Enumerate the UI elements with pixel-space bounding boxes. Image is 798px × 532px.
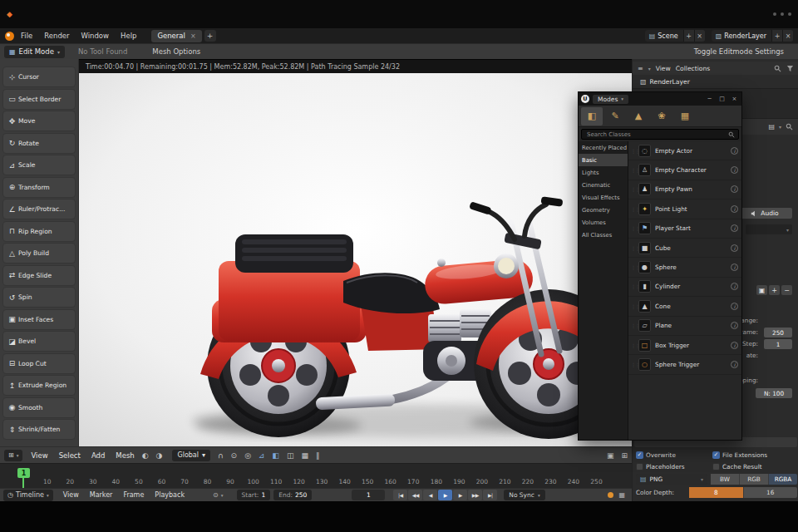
menu-item[interactable]: Help [121, 32, 136, 40]
restore-button[interactable]: □ [717, 95, 727, 104]
overwrite-checkbox[interactable]: ✓ [636, 451, 643, 459]
category-item[interactable]: Geometry [579, 204, 628, 216]
category-item[interactable]: Basic [579, 154, 628, 166]
playback-button[interactable]: ▶▶ [468, 490, 482, 500]
category-item[interactable]: Recently Placed [579, 141, 628, 154]
tool-button[interactable]: ◪ Bevel [2, 331, 76, 352]
remove-layer-button[interactable]: × [782, 30, 793, 42]
cache-result-checkbox[interactable] [712, 463, 720, 470]
remove-button[interactable]: − [781, 285, 792, 295]
info-icon[interactable]: i [731, 322, 738, 329]
info-icon[interactable]: i [731, 342, 738, 349]
viewport-menu-item[interactable]: Add [91, 451, 105, 460]
playback-button[interactable]: |◀ [393, 490, 407, 500]
close-icon[interactable]: × [190, 32, 196, 40]
depth-button[interactable]: 8 [689, 487, 744, 498]
mode-tab[interactable]: ▲ [628, 107, 649, 126]
app-icon[interactable]: ◆ [7, 11, 12, 18]
modes-dropdown[interactable]: Modes ▾ [593, 95, 628, 104]
info-icon[interactable]: i [731, 264, 738, 271]
tool-button[interactable]: ↻ Rotate [2, 133, 76, 154]
tool-button[interactable]: ↺ Spin [2, 287, 76, 308]
add-layer-button[interactable]: + [771, 30, 782, 42]
timeline-editor-select[interactable]: ◷ Timeline ▾ [3, 490, 53, 501]
transform-orientation-select[interactable]: Global ▾ [172, 450, 210, 461]
close-button[interactable]: × [730, 95, 739, 104]
magnet-icon[interactable]: ∩ [218, 451, 224, 460]
overwrite-option[interactable]: ✓ Overwrite [636, 451, 712, 459]
timeline-menu-item[interactable]: View [63, 491, 79, 499]
add-workspace-button[interactable]: + [204, 30, 216, 42]
drag-handle-icon[interactable]: ⋮⋮ [631, 323, 638, 328]
cache-result-option[interactable]: Cache Result [712, 463, 797, 470]
remove-scene-button[interactable]: × [694, 30, 705, 42]
drag-handle-icon[interactable]: ⋮⋮ [631, 245, 638, 251]
workspace-tab-general[interactable]: General × [151, 30, 201, 42]
current-frame-field[interactable]: 1 [352, 490, 385, 500]
info-icon[interactable]: i [731, 224, 738, 232]
tool-button[interactable]: ↥ Extrude Region [2, 375, 76, 396]
file-extensions-checkbox[interactable]: ✓ [712, 451, 720, 459]
viewport-menu-item[interactable]: View [31, 451, 47, 460]
tool-button[interactable]: ⊟ Loop Cut [2, 353, 76, 374]
actor-item[interactable]: ⋮⋮ ▮ Cylinder i [628, 278, 741, 297]
category-item[interactable]: Lights [579, 166, 628, 179]
timeline-menu-item[interactable]: Marker [90, 491, 113, 499]
placeholders-checkbox[interactable] [636, 463, 643, 470]
audio-button[interactable]: Audio [737, 208, 792, 219]
menu-icon[interactable]: ≡ [638, 65, 643, 72]
file-format-select[interactable]: ▤ PNG ▾ [636, 474, 707, 485]
editor-type-select[interactable]: ⊞ ▾ [4, 450, 22, 461]
channel-button[interactable]: BW [711, 474, 740, 485]
tool-button[interactable]: ◉ Smooth [2, 397, 76, 418]
frame-end-field[interactable]: 250 [764, 328, 792, 337]
tool-button[interactable]: ⊓ Rip Region [2, 221, 76, 242]
sync-mode-select[interactable]: No Sync ▾ [504, 490, 544, 500]
playback-button[interactable]: ▶ [438, 490, 452, 500]
tool-button[interactable]: ⇕ Shrink/Fatten [2, 419, 76, 440]
actor-item[interactable]: ⋮⋮ ♙ Empty Character i [628, 160, 741, 180]
info-icon[interactable]: i [731, 185, 738, 193]
autokey-indicator-icon[interactable] [608, 492, 613, 498]
info-icon[interactable]: i [731, 361, 738, 368]
tool-button[interactable]: ▣ Inset Faces [2, 309, 76, 330]
placeholders-option[interactable]: Placeholders [636, 463, 712, 470]
timeline-menu-item[interactable]: Frame [123, 491, 144, 499]
actor-item[interactable]: ⋮⋮ ✦ Point Light i [628, 200, 741, 219]
grid-icon[interactable]: ▦ [302, 451, 309, 460]
mode-tab[interactable]: ✎ [604, 107, 626, 126]
snap-icon[interactable]: ⊙ [231, 451, 238, 460]
actor-item[interactable]: ⋮⋮ ▱ Plane i [628, 317, 741, 336]
tool-button[interactable]: ✥ Move [2, 111, 76, 131]
xray-icon[interactable]: ◫ [287, 451, 294, 460]
timeline-menu-item[interactable]: Playback [155, 491, 185, 499]
audio-channel-field[interactable]: ▾ [746, 224, 792, 234]
search-box[interactable] [581, 129, 739, 140]
drag-handle-icon[interactable]: ⋮⋮ [631, 283, 638, 289]
actor-item[interactable]: ⋮⋮ ● Sphere i [628, 258, 741, 277]
outliner-render-layer[interactable]: ▧ RenderLayer [633, 75, 798, 88]
search-classes-input[interactable] [585, 131, 728, 139]
drag-handle-icon[interactable]: ⋮⋮ [631, 264, 638, 270]
keying-controls[interactable]: ⊙ ▾ [213, 491, 223, 499]
mode-selector[interactable]: ▦ Edit Mode ▾ [4, 46, 65, 58]
tool-button[interactable]: ⊿ Scale [2, 155, 76, 175]
playback-button[interactable]: ◀◀ [408, 490, 422, 500]
minimize-button[interactable]: ─ [705, 95, 714, 104]
tool-button[interactable]: ∠ Ruler/Protrac... [2, 199, 76, 219]
channel-button[interactable]: RGBA [769, 474, 797, 485]
drag-handle-icon[interactable]: ⋮⋮ [631, 225, 638, 231]
drag-handle-icon[interactable]: ⋮⋮ [631, 206, 638, 212]
info-icon[interactable]: i [731, 283, 738, 290]
mode-tab[interactable]: ❀ [651, 107, 672, 126]
viewport-canvas[interactable] [79, 73, 632, 446]
mode-tab[interactable]: ▦ [674, 107, 696, 126]
frame-end-field[interactable]: End: 250 [273, 490, 312, 500]
place-panel-titlebar[interactable]: U Modes ▾ ─ □ × [579, 92, 741, 106]
tool-button[interactable]: ▭ Select Border [2, 89, 76, 110]
info-icon[interactable]: i [731, 166, 738, 174]
info-icon[interactable]: i [731, 303, 738, 310]
viewport-menu-item[interactable]: Mesh [116, 451, 134, 460]
editor-grid-icon[interactable]: ⊞ [621, 451, 628, 460]
time-mapping-new-field[interactable]: N: 100 [756, 388, 792, 398]
